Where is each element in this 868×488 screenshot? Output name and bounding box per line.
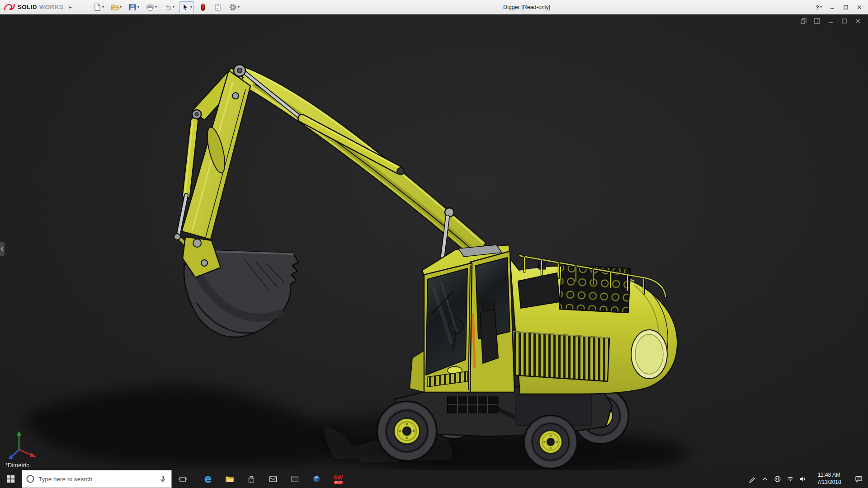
open-folder-icon xyxy=(111,3,119,11)
taskbar-search-box[interactable] xyxy=(22,470,172,488)
wifi-icon xyxy=(787,476,794,482)
select-cursor-icon xyxy=(181,3,189,11)
chevron-left-icon xyxy=(1,247,4,251)
taskbar-app-console[interactable] xyxy=(284,470,306,488)
titlebar: SOLIDWORKS ▸ ▾ ▾ xyxy=(0,0,868,14)
close-document-icon xyxy=(854,18,861,24)
dropdown-arrow-icon: ▾ xyxy=(173,5,175,9)
help-button[interactable]: ? ▾ xyxy=(812,1,826,13)
document-window-controls xyxy=(799,17,862,25)
minimize-document-icon xyxy=(827,18,834,24)
windows-ink-button[interactable] xyxy=(746,470,759,488)
dropdown-arrow-icon: ▾ xyxy=(238,5,240,9)
expand-arrow-icon: ▸ xyxy=(70,5,72,9)
close-document-button[interactable] xyxy=(854,17,862,25)
taskbar-app-edrawings[interactable] xyxy=(306,470,327,488)
print-button[interactable]: ▾ xyxy=(144,1,159,13)
window-controls: ? ▾ xyxy=(812,0,866,14)
toolbar-expand-button[interactable]: ▸ xyxy=(67,5,74,9)
action-center-icon xyxy=(855,475,863,483)
console-app-icon xyxy=(291,475,299,483)
help-icon: ? xyxy=(816,4,819,11)
dropdown-arrow-icon: ▾ xyxy=(190,5,192,9)
new-document-icon xyxy=(93,3,101,11)
minimize-button[interactable] xyxy=(826,1,839,13)
mail-icon xyxy=(269,476,277,483)
undo-icon xyxy=(164,3,172,11)
brand-text-works: WORKS xyxy=(39,4,63,10)
restore-document-button[interactable] xyxy=(840,17,848,25)
file-explorer-icon xyxy=(225,475,234,483)
view-orientation-label: *Dimetric xyxy=(5,462,29,469)
rebuild-button[interactable] xyxy=(197,1,209,13)
new-document-button[interactable]: ▾ xyxy=(91,1,106,13)
taskbar-app-mail[interactable] xyxy=(262,470,284,488)
rebuild-icon xyxy=(199,3,207,11)
dropdown-arrow-icon: ▾ xyxy=(820,5,822,9)
quick-toolbar: ▾ ▾ ▾ ▾ xyxy=(91,1,241,13)
clock-date: 7/13/2018 xyxy=(817,479,841,486)
close-icon xyxy=(857,5,862,10)
dropdown-arrow-icon: ▾ xyxy=(155,5,157,9)
start-button[interactable] xyxy=(0,470,22,488)
engine-vent-panel xyxy=(560,265,631,313)
microphone-button[interactable] xyxy=(158,474,168,484)
select-button[interactable]: ▾ xyxy=(179,1,194,13)
network-button[interactable] xyxy=(771,470,784,488)
taskbar-app-store[interactable] xyxy=(241,470,262,488)
solidworks-logo: SOLIDWORKS xyxy=(0,3,63,12)
save-button[interactable]: ▾ xyxy=(127,1,141,13)
globe-network-icon xyxy=(774,475,781,483)
gear-icon xyxy=(229,3,237,11)
dropdown-arrow-icon: ▾ xyxy=(120,5,122,9)
dropdown-arrow-icon: ▾ xyxy=(137,5,139,9)
solidworks-app-icon: SW xyxy=(334,474,343,480)
task-view-icon xyxy=(179,475,187,483)
tile-windows-button[interactable] xyxy=(813,17,821,25)
ds-logo-icon xyxy=(4,3,15,12)
front-right-wheel xyxy=(524,415,577,469)
taskbar-app-edge[interactable]: e xyxy=(197,470,219,488)
show-hidden-icons-button[interactable] xyxy=(759,470,771,488)
orientation-triad xyxy=(9,431,36,459)
action-center-button[interactable] xyxy=(849,470,868,488)
print-icon xyxy=(146,3,154,11)
options-button[interactable]: ▾ xyxy=(227,1,241,13)
minimize-document-button[interactable] xyxy=(826,17,835,25)
cab xyxy=(422,245,514,392)
clock-time: 11:48 AM xyxy=(818,472,840,479)
task-view-button[interactable] xyxy=(172,470,193,488)
edge-icon: e xyxy=(204,473,212,485)
edrawings-cube-icon xyxy=(312,475,321,483)
close-button[interactable] xyxy=(853,1,866,13)
taskbar-clock[interactable]: 11:48 AM 7/13/2018 xyxy=(809,470,849,488)
graphics-viewport[interactable]: *Dimetric xyxy=(0,14,868,470)
file-properties-button[interactable] xyxy=(212,1,224,13)
feature-panel-flyout-tab[interactable] xyxy=(0,242,5,256)
undo-button[interactable]: ▾ xyxy=(162,1,176,13)
save-icon xyxy=(128,3,137,11)
search-input[interactable] xyxy=(38,476,154,483)
cascade-windows-icon xyxy=(800,18,807,24)
model-canvas[interactable] xyxy=(0,14,868,470)
file-properties-icon xyxy=(214,3,222,11)
pen-icon xyxy=(749,475,756,483)
maximize-icon xyxy=(843,5,849,10)
wifi-button[interactable] xyxy=(784,470,797,488)
microphone-icon xyxy=(159,475,166,483)
cortana-icon xyxy=(26,474,35,483)
document-title: Digger [Read-only] xyxy=(503,0,550,14)
speaker-icon xyxy=(799,476,807,482)
volume-button[interactable] xyxy=(797,470,809,488)
front-left-wheel xyxy=(377,401,437,461)
taskbar-app-solidworks-2017[interactable]: SW 2017 xyxy=(327,470,349,488)
open-button[interactable]: ▾ xyxy=(109,1,123,13)
windows-taskbar: e xyxy=(0,470,868,488)
tile-windows-icon xyxy=(814,18,821,24)
restore-document-icon xyxy=(841,18,848,24)
minimize-icon xyxy=(830,5,835,10)
cascade-windows-button[interactable] xyxy=(799,17,807,25)
taskbar-app-file-explorer[interactable] xyxy=(219,470,241,488)
maximize-button[interactable] xyxy=(839,1,853,13)
store-icon xyxy=(247,475,255,483)
